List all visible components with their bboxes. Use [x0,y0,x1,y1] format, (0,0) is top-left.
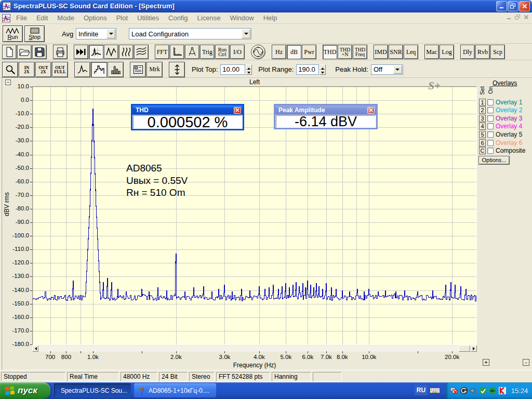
peak-close-button[interactable] [367,107,375,114]
taskbar-task-2[interactable]: AD8065-1+10кГц-0.... [134,383,216,397]
keyboard-icon[interactable] [430,387,440,394]
updater-icon[interactable] [479,387,487,395]
thd-freq-meter-button[interactable]: THDFreq [353,45,367,59]
delay-meter-button[interactable]: Dly [460,45,475,59]
audio-device-icon[interactable] [488,387,497,395]
menu-utilities[interactable]: Utilities [132,12,164,24]
scope-button[interactable]: Scp [490,45,505,59]
triggering-button[interactable]: Trig [200,45,215,59]
run-control-button[interactable]: RunCtrl [215,45,230,59]
signal-generator-button[interactable] [251,45,265,59]
zoom-in-2x-button[interactable]: IN2X [19,62,35,77]
line-plot-mode-button[interactable] [74,62,90,77]
language-indicator[interactable]: RU [415,385,428,395]
histogram-mode-button[interactable] [108,62,124,77]
start-button[interactable]: пуск [0,382,50,399]
snr-meter-button[interactable]: SNR [389,45,403,59]
title-bar[interactable]: SpectraPLUS-SC Sound Card Edition - [Spe… [0,0,532,12]
zoom-out-full-button[interactable]: OUTFULL [52,62,68,77]
marker-button[interactable]: Mrk [147,62,163,77]
reverb-meter-button[interactable]: Rvb [475,45,490,59]
fast-forward-button[interactable] [74,45,88,59]
peak-hold-dropdown-button[interactable] [393,65,402,74]
imd-meter-button[interactable]: IMD [374,45,388,59]
zoom-button[interactable] [2,62,18,77]
thd-window[interactable]: THD 0.000502 % [131,104,244,130]
avg-dropdown-button[interactable] [107,29,115,38]
fft-settings-button[interactable]: FFT [155,45,169,59]
peak-hold-select[interactable]: Off [371,64,403,75]
menu-help[interactable]: Help [259,12,282,24]
overlay-set-button-C[interactable]: C [479,147,486,154]
thd-close-button[interactable] [234,107,241,114]
text-switcher-icon[interactable] [460,387,468,395]
overlay-set-button-5[interactable]: 5 [479,131,486,138]
overlay-set-button-6[interactable]: 6 [479,139,486,147]
surface-plot-button[interactable] [134,45,149,59]
config-dropdown-button[interactable] [242,29,250,38]
avg-select[interactable]: Infinite [76,28,116,39]
new-file-button[interactable] [2,45,17,59]
macro-button[interactable]: Mac [424,45,439,59]
menu-config[interactable]: Config [164,12,193,24]
calibration-button[interactable] [185,45,200,59]
menu-edit[interactable]: Edit [32,12,52,24]
overlay-checkbox-5[interactable] [487,131,494,138]
stop-button[interactable]: Stop [24,25,45,42]
thd-meter-button[interactable]: THD [323,45,337,59]
print-button[interactable] [53,45,68,59]
overlay-set-button-1[interactable]: 1 [479,99,486,106]
antivirus-icon[interactable] [498,387,507,395]
menu-plot[interactable]: Plot [112,12,132,24]
menu-license[interactable]: License [193,12,225,24]
menu-window[interactable]: Window [225,12,258,24]
power-units-button[interactable]: Pwr [302,45,316,59]
overlay-set-button-4[interactable]: 4 [479,123,486,130]
scaling-button[interactable] [170,45,184,59]
taskbar-clock[interactable]: 15:24 [508,382,531,399]
overlay-options-button[interactable]: Options... [478,156,510,165]
plot-top-spinner[interactable] [246,64,252,75]
open-file-button[interactable] [17,45,32,59]
overlay-checkbox-6[interactable] [487,140,494,146]
load-configuration-select[interactable]: Load Configuration [129,28,251,39]
network-error-icon[interactable] [450,387,458,395]
plot-top-input[interactable] [220,64,245,75]
scrollbar-thumb[interactable] [459,345,470,352]
io-device-button[interactable]: I/O [230,45,245,59]
run-button[interactable]: Run [3,25,23,42]
taskbar-task-1[interactable]: SpectraPLUS-SC Sou... [54,383,131,397]
mdi-minimize-icon[interactable] [507,15,512,20]
spectrogram-plot-button[interactable] [119,45,134,59]
minimize-button[interactable] [496,1,507,11]
volume-icon[interactable] [469,387,477,395]
overlay-checkbox-C[interactable] [487,148,494,154]
menu-options[interactable]: Options [79,12,112,24]
leq-meter-button[interactable]: Leq [404,45,418,59]
logging-button[interactable]: Log [440,45,454,59]
mdi-restore-icon[interactable] [515,15,521,20]
plot-options-button[interactable] [130,62,146,77]
restore-button[interactable] [508,1,518,11]
overlay-set-button-3[interactable]: 3 [479,115,486,122]
db-units-button[interactable]: dB [287,45,301,59]
plot-range-input[interactable] [296,64,319,75]
overlay-checkbox-2[interactable] [487,107,494,113]
scroll-right-button[interactable] [471,345,477,352]
zoom-out-2x-button[interactable]: OUT2X [35,62,51,77]
thd-n-meter-button[interactable]: THD+N [338,45,352,59]
time-series-plot-button[interactable] [104,45,118,59]
mdi-close-icon[interactable] [524,15,529,20]
plot-range-spinner[interactable] [320,64,326,75]
hz-units-button[interactable]: Hz [272,45,286,59]
save-file-button[interactable] [32,45,47,59]
overlay-set-button-2[interactable]: 2 [479,107,486,114]
spectrum-plot-area[interactable] [32,86,477,345]
spectrum-plot-button[interactable] [89,45,103,59]
close-button[interactable] [519,1,530,11]
plot-horizontal-scrollbar[interactable] [32,345,477,352]
menu-file[interactable]: File [11,12,32,24]
overlay-checkbox-4[interactable] [487,123,494,129]
menu-mode[interactable]: Mode [52,12,79,24]
bar-plot-mode-button[interactable] [91,62,107,77]
